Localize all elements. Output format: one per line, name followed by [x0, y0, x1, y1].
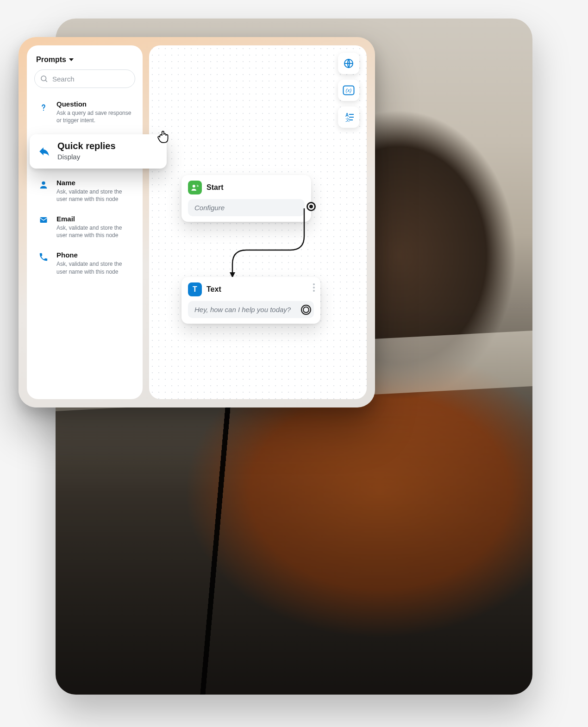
chevron-down-icon: [69, 58, 74, 61]
output-port[interactable]: [301, 305, 311, 315]
translate-icon: A 文: [343, 112, 355, 122]
prompt-item-email[interactable]: Email Ask, validate and store the user n…: [34, 211, 135, 243]
prompt-title: Email: [56, 215, 132, 223]
globe-tool[interactable]: [338, 53, 359, 74]
prompts-dropdown[interactable]: Prompts: [31, 54, 138, 69]
node-menu-button[interactable]: [313, 283, 315, 292]
variable-icon: (x): [343, 85, 355, 95]
prompt-item-question[interactable]: Question Ask a query ad save response or…: [34, 96, 135, 128]
flow-builder-panel: Prompts Question Ask a query ad save res…: [19, 37, 375, 407]
prompt-item-quick-replies[interactable]: Quick replies Display: [30, 134, 167, 168]
svg-text:(x): (x): [346, 88, 352, 93]
person-icon: [37, 179, 50, 190]
reply-icon: [38, 145, 51, 158]
flow-node-start[interactable]: Start Configure: [181, 175, 311, 222]
prompt-title: Phone: [56, 251, 132, 259]
prompt-list: Question Ask a query ad save response or…: [31, 96, 138, 279]
globe-icon: [343, 58, 354, 69]
prompt-desc: Ask, validate and store the user name wi…: [56, 224, 132, 239]
node-title: Start: [206, 183, 223, 192]
search-field-wrap: [34, 69, 135, 88]
prompts-sidebar: Prompts Question Ask a query ad save res…: [27, 45, 143, 399]
svg-point-3: [42, 181, 45, 184]
node-title: Text: [206, 285, 221, 294]
output-port[interactable]: [307, 202, 316, 211]
search-input[interactable]: [34, 69, 135, 88]
node-body[interactable]: Hey, how can I help you today?: [188, 301, 314, 318]
translate-tool[interactable]: A 文: [338, 107, 359, 128]
grab-cursor-icon: [156, 128, 171, 144]
prompt-desc: Ask, validate and store the user name wi…: [56, 260, 132, 275]
prompt-title: Name: [56, 179, 132, 187]
canvas-tool-column: (x) A 文: [338, 53, 359, 128]
svg-line-1: [45, 80, 47, 81]
prompt-desc: Display: [57, 152, 116, 162]
prompts-dropdown-label: Prompts: [36, 56, 66, 64]
text-node-icon: T: [188, 282, 202, 296]
svg-point-2: [43, 110, 44, 111]
start-node-icon: [188, 181, 202, 194]
prompt-item-phone[interactable]: Phone Ask, validate and store the user n…: [34, 247, 135, 279]
search-icon: [40, 75, 48, 83]
flow-node-text[interactable]: T Text Hey, how can I help you today?: [181, 277, 320, 324]
node-body-text: Configure: [194, 204, 225, 212]
prompt-desc: Ask, validate and store the user name wi…: [56, 188, 132, 203]
question-icon: [37, 100, 50, 114]
prompt-title: Question: [56, 100, 132, 108]
text-node-icon-letter: T: [193, 285, 197, 294]
prompt-desc: Ask a query ad save response or trigger …: [56, 109, 132, 124]
node-body[interactable]: Configure: [188, 199, 305, 216]
prompt-title: Quick replies: [57, 141, 116, 151]
mail-icon: [37, 215, 50, 224]
svg-point-13: [193, 185, 195, 188]
prompt-item-name[interactable]: Name Ask, validate and store the user na…: [34, 175, 135, 207]
svg-point-0: [41, 76, 46, 81]
variable-tool[interactable]: (x): [338, 80, 359, 101]
node-body-text: Hey, how can I help you today?: [194, 306, 291, 313]
flow-canvas[interactable]: (x) A 文 Start Configure: [149, 45, 367, 399]
phone-icon: [37, 251, 50, 262]
